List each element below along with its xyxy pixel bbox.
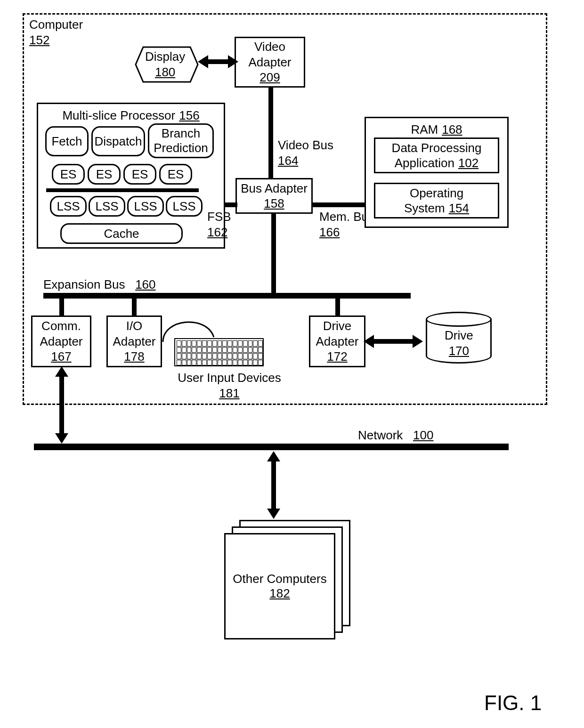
keyboard-key: [233, 340, 237, 347]
expbus-label: Expansion Bus 160: [43, 277, 156, 292]
network-ref: 100: [413, 428, 433, 442]
keyboard-key: [187, 347, 192, 353]
keyboard-key: [187, 340, 192, 347]
drive-bus: [372, 339, 414, 344]
expbus-text: Expansion Bus: [43, 277, 125, 291]
dispatch-text: Dispatch: [94, 134, 142, 149]
comm-net-arrow-u: [55, 366, 68, 377]
ram-ref: 168: [442, 122, 462, 138]
keyboard-key: [222, 360, 227, 366]
comm-net-arrow-d: [55, 433, 68, 444]
keyboard-key: [248, 360, 253, 366]
video-bus-ref: 164: [278, 154, 298, 168]
keyboard-key: [238, 360, 243, 366]
io-l2: Adapter: [113, 334, 155, 349]
keyboard-key: [207, 340, 212, 347]
es-3: ES: [123, 164, 156, 185]
display-ref: 180: [155, 65, 175, 79]
lss-3: LSS: [127, 196, 164, 217]
bus-adapter-label: Bus Adapter: [241, 181, 308, 196]
drive-ref: 170: [449, 344, 469, 358]
expbus-ref: 160: [135, 277, 155, 291]
keyboard-key: [222, 353, 227, 359]
ram-app-ref: 102: [458, 155, 479, 171]
es-4-text: ES: [168, 167, 184, 182]
busadapter-to-expbus: [271, 214, 276, 299]
ram-os-ref: 154: [449, 201, 469, 216]
keyboard-key: [197, 360, 202, 366]
fsb-ref: 162: [207, 225, 227, 239]
keyboard-key: [218, 347, 222, 353]
other-ref: 182: [269, 586, 290, 601]
keyboard-key: [197, 353, 202, 359]
keyboard-key: [243, 347, 248, 353]
comm-ref: 167: [51, 349, 71, 364]
ram-label: RAM: [411, 122, 438, 138]
keyboard-key: [207, 353, 212, 359]
keyboard-key: [233, 347, 237, 353]
video-bus-text: Video Bus: [278, 138, 333, 152]
drive-label: Drive 170: [445, 328, 473, 358]
fsb-text: FSB: [207, 210, 231, 224]
lss-2: LSS: [89, 196, 125, 217]
drive-text: Drive: [445, 328, 473, 342]
keyboard-key: [192, 340, 196, 347]
fetch-text: Fetch: [51, 134, 82, 149]
keyboard-key: [212, 360, 217, 366]
display-video-bus: [207, 59, 230, 64]
es-2: ES: [88, 164, 121, 185]
fsb-bus: [225, 202, 237, 207]
es-2-text: ES: [96, 167, 113, 182]
display-text: Display: [145, 49, 185, 64]
keyboard-key: [192, 347, 196, 353]
display-label: Display 180: [145, 49, 185, 80]
keyboard-key: [187, 360, 192, 366]
comm-l1: Comm.: [41, 318, 81, 334]
keyboard-key: [202, 353, 207, 359]
es-1-text: ES: [60, 167, 77, 182]
lss-4-text: LSS: [172, 199, 195, 214]
io-ref: 178: [124, 349, 144, 364]
drive-adapter-ref: 172: [327, 349, 347, 364]
branch-l1: Branch: [162, 126, 200, 141]
display-video-arrow-l: [198, 55, 208, 68]
processor-ref: 156: [179, 108, 199, 123]
keyboard-key: [182, 360, 187, 366]
computer-label: Computer 152: [29, 17, 83, 48]
net-other-arrow-u: [267, 451, 280, 461]
keyboard-key: [253, 347, 258, 353]
keyboard-key: [227, 340, 232, 347]
cache-text: Cache: [104, 226, 139, 241]
keyboard-key: [218, 340, 222, 347]
keyboard-key: [207, 347, 212, 353]
bus-adapter-ref: 158: [264, 196, 284, 211]
keyboard-key: [182, 353, 187, 359]
comm-l2: Adapter: [40, 334, 82, 349]
keyboard-key: [238, 347, 243, 353]
ram-os-l1: Operating: [410, 186, 463, 201]
keyboard-key: [253, 360, 258, 366]
keyboard-key: [243, 353, 248, 359]
keyboard-key: [258, 340, 263, 347]
user-input-text: User Input Devices: [178, 371, 281, 385]
other-label: Other Computers: [233, 572, 326, 586]
keyboard-key: [243, 360, 248, 366]
keyboard-key: [182, 340, 187, 347]
keyboard-key: [243, 340, 248, 347]
comm-to-network: [59, 375, 64, 435]
ram-app-block: Data Processing Application 102: [374, 138, 499, 173]
drop-comm: [59, 299, 64, 315]
lss-1: LSS: [50, 196, 87, 217]
keyboard-key: [218, 353, 222, 359]
drive-top: [426, 312, 492, 327]
computer-text: Computer: [29, 17, 83, 32]
keyboard-key: [258, 360, 263, 366]
keyboard-key: [212, 340, 217, 347]
net-other-arrow-d: [267, 509, 280, 519]
keyboard-key: [253, 340, 258, 347]
lss-3-text: LSS: [134, 199, 157, 214]
lss-2-text: LSS: [95, 199, 118, 214]
keyboard-key: [207, 360, 212, 366]
keyboard-key: [202, 347, 207, 353]
expbus-bar: [43, 293, 411, 299]
